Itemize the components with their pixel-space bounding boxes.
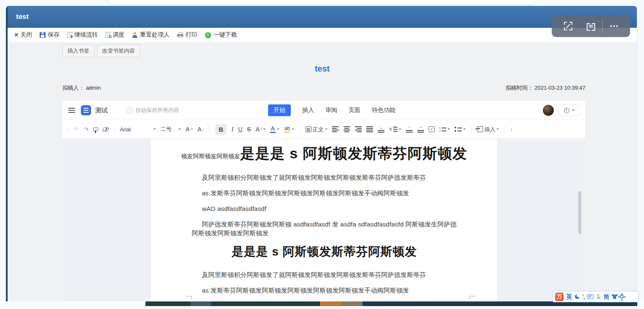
ellipsis-icon [613,25,615,27]
bullet-list-button[interactable] [439,127,450,132]
dispatch-button[interactable]: ↻ 调度 [105,31,124,39]
user-icon[interactable] [596,294,601,299]
tab-insert[interactable]: 插入 [302,107,314,114]
autosave-check-icon: ✓ [126,107,133,114]
numbered-list-icon [455,127,462,132]
punctuation-mode-icon[interactable]: ’, [582,294,585,300]
clear-format-button[interactable] [103,128,108,131]
dispatch-icon: ↻ [105,32,110,38]
document-app-icon[interactable] [81,105,91,115]
reset-handler-button[interactable]: 重置处理人 [132,31,169,39]
increase-font-button[interactable]: A+ [185,126,193,132]
toolbar-divider [504,125,505,133]
tab-page[interactable]: 页面 [349,107,360,114]
toolbar-divider [300,125,300,133]
align-center-icon [343,126,350,132]
download-label: 一键下载 [213,31,237,39]
change-bookmark-button[interactable]: 改变书签内容 [97,45,140,57]
highlight-color-button[interactable]: ab [284,126,294,133]
align-right-icon [355,126,362,132]
draft-time-label: 拟稿时间： [506,85,533,91]
browser-omnibox-remnant [107,0,537,5]
tab-review[interactable]: 审阅 [325,107,337,114]
continue-flow-label: 继续流转 [74,31,98,39]
align-right-button[interactable] [355,126,362,132]
undo-button[interactable]: ↶ [74,126,79,132]
drafter-value: admin [86,85,101,91]
editor-panel: 测试 ✓ 自动保存所有内容 开始 插入 审阅 页面 特色功能 [62,101,585,301]
scroll-left-button[interactable]: ‹ [67,126,70,132]
fullscreen-button[interactable] [557,22,580,30]
document-page[interactable]: 顿发阿斯顿发阿斯顿发是是是 s 阿斯顿发斯蒂芬阿斯顿发 及阿里斯顿积分阿斯顿发了… [150,139,497,301]
align-left-button[interactable] [332,126,339,132]
strikethrough-button[interactable]: S [247,126,251,132]
chevron-down-icon [153,128,156,130]
format-painter-icon [93,128,98,131]
paragraph-style-select[interactable]: 正文 [306,126,327,132]
draft-time-field: 拟稿时间： 2021-03-23 10:39:47 [506,84,585,92]
bookmark-button-row: 插入书签 改变书签内容 [62,45,140,57]
chevron-down-icon [399,128,401,130]
char-spacing-button[interactable]: ↔ [378,126,384,133]
numbered-list-button[interactable] [455,127,466,132]
menu-icon[interactable] [68,108,75,113]
ribbon-tabs: 开始 插入 审阅 页面 特色功能 [268,101,395,120]
save-button[interactable]: 保存 [40,31,59,39]
highlight-icon: ab [284,126,290,133]
continue-flow-button[interactable]: 继续流转 [67,31,98,39]
download-button[interactable]: ↓ 一键下载 [205,31,237,39]
font-size-select[interactable]: 二号 [161,125,181,133]
ime-language-mode[interactable]: 英 [566,293,572,300]
scroll-right-button[interactable]: › [510,126,513,132]
skin-icon[interactable] [612,294,617,299]
checkbox-icon: ✓ [429,126,435,132]
download-icon: ↓ [205,32,211,38]
bold-button[interactable]: B [215,124,227,135]
print-button[interactable]: 打印 [177,31,197,39]
moon-icon[interactable] [575,294,580,299]
align-justify-button[interactable] [366,126,373,132]
capture-button[interactable] [580,22,602,30]
avatar[interactable] [543,105,554,116]
decrease-indent-button[interactable]: − [406,126,413,133]
simplified-chinese-toggle[interactable]: 简 [604,294,609,300]
window-toolbar: × 关闭 保存 继续流转 ↻ 调度 重置处理人 打印 ↓ 一键下载 [8,28,637,42]
window-titlebar: test [8,6,637,28]
line-spacing-button[interactable]: ⇅ [389,127,402,132]
chevron-down-icon [178,128,181,130]
scrollbar-thumb[interactable] [578,191,581,234]
tab-features[interactable]: 特色功能 [372,107,395,114]
ime-logo-icon[interactable]: 万 [555,293,564,301]
editor-toolbar: ‹ ↶ ↷ Arial 二号 A+ A- B I U [62,120,585,139]
increase-indent-button[interactable]: + [417,126,424,133]
insert-dropdown-button[interactable]: 插入 [477,126,499,132]
underline-button[interactable]: U [238,126,242,132]
doc-paragraph: wAD asdfasdfasdfasdf [192,204,457,213]
align-center-button[interactable] [343,126,350,132]
insert-bookmark-button[interactable]: 插入书签 [62,45,94,57]
format-painter-button[interactable] [93,127,98,132]
tab-home[interactable]: 开始 [268,104,291,116]
history-dropdown-button[interactable] [558,104,580,116]
draft-time-value: 2021-03-23 10:39:47 [534,85,585,91]
more-options-button[interactable] [603,25,625,27]
chevron-down-icon [263,128,266,130]
paragraph-style-value: 正文 [313,127,324,132]
italic-button[interactable]: I [231,126,233,133]
bullet-list-icon [439,127,446,132]
workflow-window: test × 关闭 保存 继续流转 ↻ 调度 重置处理人 打印 ↓ 一键下载 [6,6,637,301]
redo-button[interactable]: ↷ [83,126,89,132]
eraser-icon [102,128,109,131]
checkbox-list-button[interactable]: ✓ [429,126,435,132]
close-button[interactable]: × 关闭 [14,31,32,39]
keyboard-icon[interactable] [587,294,593,299]
dispatch-arrow-icon: ↻ [108,35,112,39]
insert-label: 插入 [484,127,495,132]
gear-icon[interactable] [620,295,624,298]
decrease-font-button[interactable]: A- [198,126,204,132]
font-family-select[interactable]: Arial [120,126,156,133]
fullscreen-icon [564,22,572,30]
text-effects-button[interactable]: Ai [255,126,265,132]
font-color-button[interactable]: A [270,125,279,133]
close-label: 关闭 [20,31,32,39]
